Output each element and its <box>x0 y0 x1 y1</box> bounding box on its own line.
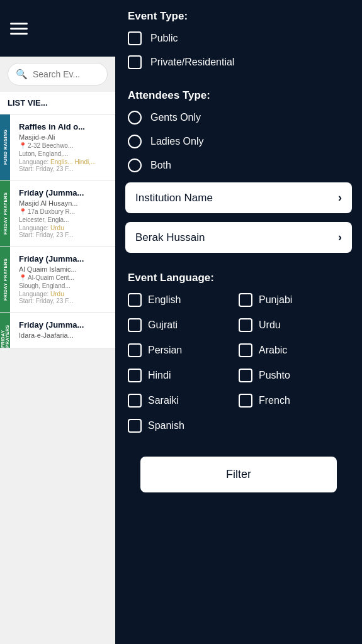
hamburger-button[interactable] <box>10 23 28 35</box>
filter-button[interactable]: Filter <box>140 457 337 492</box>
list-view-tab[interactable]: LIST VIE... <box>0 92 115 114</box>
event-content: Friday (Jumma... Idara-e-Jaafaria... <box>19 320 84 340</box>
gents-label: Gents Only <box>150 112 201 123</box>
persian-checkbox[interactable] <box>128 343 142 357</box>
saraiki-checkbox[interactable] <box>128 394 142 408</box>
hindi-checkbox[interactable] <box>128 369 142 382</box>
arabic-label: Arabic <box>259 345 287 356</box>
private-option[interactable]: Private/Residential <box>128 55 349 69</box>
punjabi-option[interactable]: Punjabi <box>239 293 349 307</box>
search-bar: 🔍 <box>0 57 115 92</box>
search-input-wrap[interactable]: 🔍 <box>8 63 108 86</box>
event-language-section: Event Language: <box>115 262 362 284</box>
event-location: 📍Al-Quaim Cent... <box>19 274 84 281</box>
event-title: Friday (Jumma... <box>19 254 84 264</box>
list-item[interactable]: FRIDAY PRAYERS Friday (Jumma... Idara-e-… <box>0 313 115 348</box>
gujrati-checkbox[interactable] <box>128 318 142 332</box>
private-checkbox[interactable] <box>128 55 142 69</box>
both-option[interactable]: Both <box>128 158 349 172</box>
attendees-type-label: Attendees Type: <box>128 89 349 102</box>
list-item[interactable]: FUND RAISING Raffles in Aid o... Masjid-… <box>0 114 115 180</box>
event-mosque: Al Quaim Islamic... <box>19 265 84 273</box>
event-location: 📍17a Duxbury R... <box>19 208 84 215</box>
ladies-label: Ladies Only <box>150 136 204 147</box>
saraiki-option[interactable]: Saraiki <box>128 394 239 408</box>
punjabi-checkbox[interactable] <box>239 293 252 307</box>
event-location: 📍2-32 Beechwo... <box>19 142 96 149</box>
category-label: FRIDAY PRAYERS <box>0 247 10 312</box>
ladies-radio[interactable] <box>128 135 142 148</box>
gents-option[interactable]: Gents Only <box>128 111 349 125</box>
event-title: Friday (Jumma... <box>19 188 84 197</box>
public-label: Public <box>150 33 178 44</box>
category-label: FUND RAISING <box>0 114 10 180</box>
events-list: FUND RAISING Raffles in Aid o... Masjid-… <box>0 114 115 644</box>
event-type-section: Event Type: Public Private/Residential <box>115 0 362 69</box>
both-label: Both <box>150 160 171 171</box>
event-mosque: Masjid Al Husayn... <box>19 199 84 207</box>
event-language-label: Event Language: <box>128 272 349 284</box>
public-checkbox[interactable] <box>128 31 142 45</box>
english-label: English <box>148 294 181 306</box>
french-checkbox[interactable] <box>239 394 252 408</box>
event-type-label: Event Type: <box>128 10 349 23</box>
category-label: FRIDAY PRAYERS <box>0 313 10 348</box>
hindi-option[interactable]: Hindi <box>128 369 239 382</box>
private-label: Private/Residential <box>150 57 234 68</box>
app-header <box>0 0 115 57</box>
both-radio[interactable] <box>128 158 142 172</box>
event-title: Friday (Jumma... <box>19 320 84 330</box>
english-option[interactable]: English <box>128 293 239 307</box>
pushto-label: Pushto <box>259 370 290 381</box>
event-date: Start: Friday, 23 F... <box>19 297 84 304</box>
language-grid: English Punjabi Gujrati Urdu Persian Ara… <box>115 293 362 444</box>
event-title: Raffles in Aid o... <box>19 122 96 131</box>
list-item[interactable]: FRIDAY PRAYERS Friday (Jumma... Masjid A… <box>0 180 115 247</box>
hindi-label: Hindi <box>148 370 171 381</box>
pushto-checkbox[interactable] <box>239 369 252 382</box>
filter-button-wrap: Filter <box>115 444 362 499</box>
urdu-label: Urdu <box>259 319 281 331</box>
public-option[interactable]: Public <box>128 31 349 45</box>
attendees-type-section: Attendees Type: Gents Only Ladies Only B… <box>115 79 362 172</box>
spanish-option[interactable]: Spanish <box>128 419 239 433</box>
search-input[interactable] <box>33 69 99 79</box>
spanish-checkbox[interactable] <box>128 419 142 433</box>
location-icon: 📍 <box>19 208 26 215</box>
event-language: Language: Urdu <box>19 291 84 297</box>
french-option[interactable]: French <box>239 394 349 408</box>
chevron-right-icon-2: › <box>338 231 342 244</box>
institution-name-text: Institution Name <box>135 192 213 204</box>
institution-name-selector[interactable]: Institution Name › <box>125 182 352 213</box>
pushto-option[interactable]: Pushto <box>239 369 349 382</box>
persian-option[interactable]: Persian <box>128 343 239 357</box>
empty-col <box>239 419 349 433</box>
chevron-right-icon: › <box>338 191 342 204</box>
gujrati-label: Gujrati <box>148 319 178 331</box>
persian-label: Persian <box>148 345 182 356</box>
punjabi-label: Punjabi <box>259 294 292 306</box>
filter-panel: Event Type: Public Private/Residential A… <box>115 0 362 644</box>
event-language: Language: Urdu <box>19 225 84 231</box>
list-item[interactable]: FRIDAY PRAYERS Friday (Jumma... Al Quaim… <box>0 247 115 313</box>
event-mosque: Masjid-e-Ali <box>19 133 96 141</box>
search-icon: 🔍 <box>16 69 28 80</box>
event-date: Start: Friday, 23 F... <box>19 165 96 172</box>
location-icon: 📍 <box>19 142 26 149</box>
location-icon: 📍 <box>19 274 26 281</box>
ladies-option[interactable]: Ladies Only <box>128 135 349 148</box>
spanish-label: Spanish <box>148 420 184 431</box>
event-language: Language: Englis... Hindi,... <box>19 158 96 165</box>
urdu-option[interactable]: Urdu <box>239 318 349 332</box>
event-date: Start: Friday, 23 F... <box>19 231 84 238</box>
gujrati-option[interactable]: Gujrati <box>128 318 239 332</box>
person-name-selector[interactable]: Berak Hussain › <box>125 222 352 253</box>
left-panel: 🔍 LIST VIE... FUND RAISING Raffles in Ai… <box>0 0 115 644</box>
gents-radio[interactable] <box>128 111 142 125</box>
arabic-option[interactable]: Arabic <box>239 343 349 357</box>
event-content: Friday (Jumma... Masjid Al Husayn... 📍17… <box>19 188 84 238</box>
event-mosque: Idara-e-Jaafaria... <box>19 331 84 339</box>
english-checkbox[interactable] <box>128 293 142 307</box>
arabic-checkbox[interactable] <box>239 343 252 357</box>
urdu-checkbox[interactable] <box>239 318 252 332</box>
